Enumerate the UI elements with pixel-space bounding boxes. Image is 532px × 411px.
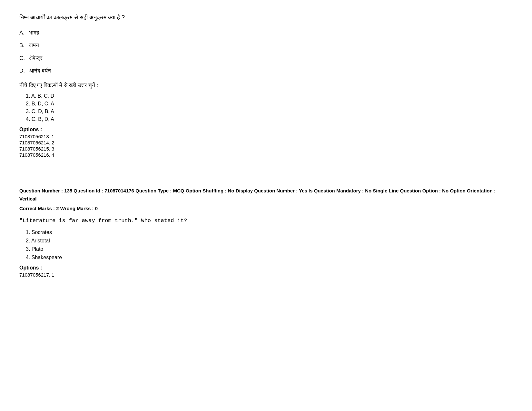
question-1-text: निम्न आचार्यों का कालक्रम से सही अनुक्रम… <box>19 13 513 22</box>
option-codes-2: 71087056217. 1 <box>19 272 513 278</box>
option-d-label: D. <box>19 68 25 74</box>
option-a-value: भामह <box>29 30 39 36</box>
option-b-value: वामन <box>29 42 39 48</box>
question-1-options: A. भामह B. वामन C. क्षेमेन्द्र D. आनंद व… <box>19 29 513 75</box>
option-code-4: 71087056216. 4 <box>19 152 513 158</box>
q2-option-code-1: 71087056217. 1 <box>19 272 513 278</box>
option-a: A. भामह <box>19 29 513 37</box>
options-label-2: Options : <box>19 265 513 271</box>
numbered-options-list: 1. A, B, C, D 2. B, D, C, A 3. C, D, B, … <box>19 93 513 122</box>
option-b: B. वामन <box>19 41 513 50</box>
option-c-label: C. <box>19 55 25 61</box>
numbered-option-4: 4. C, B, D, A <box>26 116 513 122</box>
question-2-meta: Question Number : 135 Question Id : 7108… <box>19 187 513 211</box>
numbered-option-2: 2. B, D, C, A <box>26 101 513 107</box>
question-2-options-list: 1. Socrates 2. Aristotal 3. Plato 4. Sha… <box>19 230 513 260</box>
question-2-meta-line1: Question Number : 135 Question Id : 7108… <box>19 187 513 203</box>
q2-option-1: 1. Socrates <box>26 230 513 235</box>
option-code-1: 71087056213. 1 <box>19 134 513 139</box>
q2-option-4: 4. Shakespeare <box>26 255 513 260</box>
question-2-marks: Correct Marks : 2 Wrong Marks : 0 <box>19 206 513 211</box>
section-divider <box>19 167 513 177</box>
option-codes-1: 71087056213. 1 71087056214. 2 7108705621… <box>19 134 513 158</box>
numbered-option-1: 1. A, B, C, D <box>26 93 513 99</box>
option-code-3: 71087056215. 3 <box>19 146 513 152</box>
option-d: D. आनंद वर्धन <box>19 67 513 75</box>
question-1-section: निम्न आचार्यों का कालक्रम से सही अनुक्रम… <box>19 13 513 158</box>
option-a-label: A. <box>19 30 25 36</box>
question-2-text: "Literature is far away from truth." Who… <box>19 218 513 224</box>
option-b-label: B. <box>19 42 25 48</box>
sub-question-text: नीचे दिए गए विकल्पों में से सही उत्तर चु… <box>19 82 513 89</box>
option-c: C. क्षेमेन्द्र <box>19 54 513 63</box>
option-c-value: क्षेमेन्द्र <box>29 55 42 61</box>
option-code-2: 71087056214. 2 <box>19 140 513 145</box>
option-d-value: आनंद वर्धन <box>29 68 51 74</box>
numbered-option-3: 3. C, D, B, A <box>26 109 513 114</box>
q2-option-3: 3. Plato <box>26 246 513 252</box>
question-2-section: "Literature is far away from truth." Who… <box>19 218 513 278</box>
options-label-1: Options : <box>19 127 513 132</box>
q2-option-2: 2. Aristotal <box>26 238 513 244</box>
